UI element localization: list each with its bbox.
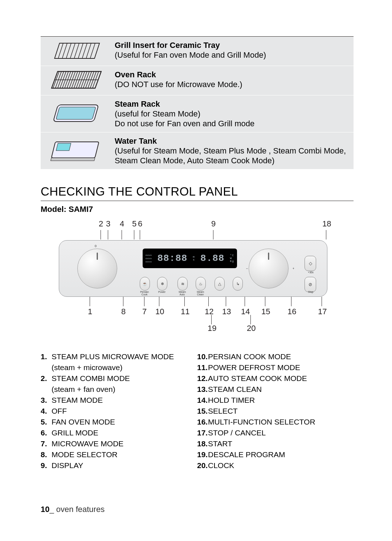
model-line: Model: SAMI7 [41,205,356,214]
legend-item: 17.STOP / CANCEL [197,427,354,438]
power-label: Power [155,291,168,293]
persian-cook-button: ☕ [140,277,150,291]
svg-rect-33 [56,143,71,151]
callout-2: 2 [99,219,103,229]
legend-item: 14.HOLD TIMER [197,395,354,406]
multi-function-knob [249,249,289,288]
callout-4: 4 [120,219,124,229]
legend-sub: (steam + fan oven) [52,384,197,395]
svg-rect-34 [51,158,95,161]
legend-item: 16.MULTI-FUNCTION SELECTOR [197,417,354,427]
steam-clean-label: Steam Clean [194,291,207,296]
persian-cook-label: Persian Cook [138,291,151,296]
legend-item: 4.OFF [41,406,197,417]
legend-item: 19.DESCALE PROGRAM [197,449,354,460]
accessory-row: Oven Rack(DO NOT use for Microwave Mode.… [41,66,354,95]
grill-insert-icon [41,37,110,66]
callout-9: 9 [211,219,216,229]
steam-auto-label: Steam Auto [176,291,189,296]
display-time: 88:88 [157,253,187,264]
callout-20: 20 [247,324,256,333]
page-footer: 10_ oven features [41,505,105,514]
callout-6: 6 [138,219,142,229]
legend-item: 9.DISPLAY [41,460,197,471]
minus-label: − [246,267,248,270]
svg-line-5 [74,43,79,58]
svg-rect-31 [56,107,96,119]
callout-5: 5 [132,219,136,229]
legend-item: 3.STEAM MODE [41,395,197,406]
legend-item: 18.START [197,438,354,449]
accessory-row: Water Tank(Useful for Steam Mode, Steam … [41,132,354,169]
page-number: 10 [41,505,49,514]
svg-line-3 [66,43,71,58]
display-units-left: ms [193,255,195,261]
legend-item: 20.CLOCK [197,460,354,471]
svg-line-6 [78,43,83,58]
steam-rack-icon [41,95,110,132]
plus-label: + [293,267,294,270]
control-legend: 1.STEAM PLUS MICROWAVE MODE(steam + micr… [41,351,354,471]
legend-item: 12.AUTO STEAM COOK MODE [197,373,354,384]
auto-steam-button: ≋ [177,277,188,291]
accessory-text: Steam Rack(useful for Steam Mode)Do not … [110,95,354,132]
display-aux: 8.88 [200,253,224,264]
hold-timer-button: △ [215,277,225,291]
svg-line-4 [70,43,75,58]
off-label: 0 [95,244,97,248]
legend-item: 13.STEAM CLEAN [197,384,354,395]
accessory-text: Grill Insert for Ceramic Tray(Useful for… [110,37,354,66]
oven-rack-icon [41,66,110,95]
stop-button: ⊘ [305,277,316,292]
accessory-row: Grill Insert for Ceramic Tray(Useful for… [41,37,354,66]
accessory-text: Water Tank(Useful for Steam Mode, Steam … [110,132,354,169]
section-heading: CHECKING THE CONTROL PANEL [41,185,354,201]
legend-item: 7.MICROWAVE MODE [41,438,197,449]
panel-face: 0 ▭▭▭▭▭▭▭▭▭ 88:88 ms 8.88 °CWKg ☕ Persia… [59,240,327,297]
legend-item: 6.GRILL MODE [41,427,197,438]
legend-item: 11.POWER DEFROST MODE [197,362,354,373]
legend-sub: (steam + microwave) [52,362,197,373]
display-screen: ▭▭▭▭▭▭▭▭▭ 88:88 ms 8.88 °CWKg [143,249,237,268]
footer-label: oven features [56,505,105,514]
manual-page: Grill Insert for Ceramic Tray(Useful for… [0,0,392,541]
accessories-table: Grill Insert for Ceramic Tray(Useful for… [41,36,354,169]
stop-label: Stop [304,291,317,293]
callout-19: 19 [208,324,216,333]
svg-line-7 [82,43,87,58]
plus30-label: +30s [304,271,317,274]
svg-line-8 [86,43,91,58]
control-panel-diagram: 23456918 0 ▭▭▭▭▭▭▭▭▭ 88:88 ms 8.88 °CWKg… [41,219,354,332]
water-tank-icon [41,132,110,169]
legend-item: 2.STEAM COMBI MODE [41,373,197,384]
svg-line-2 [62,43,67,58]
select-button: ↳ [233,277,243,291]
legend-item: 15.SELECT [197,406,354,417]
legend-item: 5.FAN OVEN MODE [41,417,197,427]
legend-item: 1.STEAM PLUS MICROWAVE MODE [41,351,197,362]
display-icons: ▭▭▭▭▭▭▭▭▭ [146,254,152,263]
svg-line-9 [90,43,95,58]
legend-item: 8.MODE SELECTOR [41,449,197,460]
steam-clean-button: ♨ [196,277,206,291]
mode-selector-knob [77,249,117,288]
start-button: ◇ [305,256,316,271]
callout-18: 18 [322,219,331,229]
legend-item: 10.PERSIAN COOK MODE [197,351,354,362]
power-defrost-button: ❄ [157,277,167,291]
callout-3: 3 [106,219,110,229]
accessory-text: Oven Rack(DO NOT use for Microwave Mode.… [110,66,354,95]
display-units-right: °CWKg [230,254,234,263]
accessory-row: Steam Rack(useful for Steam Mode)Do not … [41,95,354,132]
